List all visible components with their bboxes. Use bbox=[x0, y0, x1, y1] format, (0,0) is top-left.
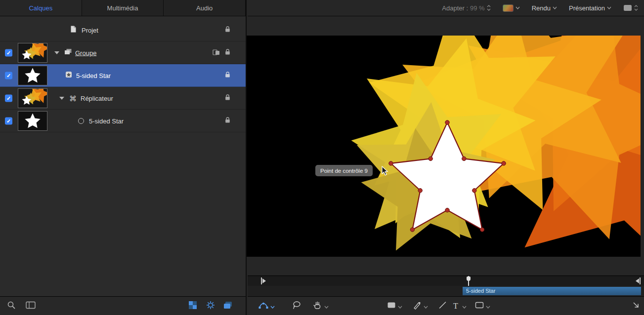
presentation-menu[interactable]: Présentation bbox=[569, 4, 611, 12]
layer-checkbox[interactable]: ✓ bbox=[5, 72, 12, 79]
replicator-star-trail-artwork bbox=[247, 36, 641, 257]
check-icon: ✓ bbox=[6, 72, 11, 79]
window-view-control[interactable] bbox=[623, 4, 638, 11]
check-icon: ✓ bbox=[6, 95, 11, 101]
gear-icon[interactable] bbox=[206, 301, 215, 312]
control-point-tooltip: Point de contrôle 9 bbox=[315, 165, 373, 176]
lock-icon[interactable] bbox=[224, 26, 231, 35]
paint-stroke-tool-chevron-icon[interactable] bbox=[424, 302, 428, 311]
layer-checkbox[interactable]: ✓ bbox=[5, 94, 12, 102]
check-icon: ✓ bbox=[6, 118, 11, 124]
disclosure-triangle[interactable] bbox=[59, 97, 64, 100]
layer-thumbnail[interactable] bbox=[18, 88, 47, 108]
layer-row-projet[interactable]: Projet bbox=[0, 19, 246, 41]
canvas-panel: Adapter : 99 % Rendu Présentation bbox=[248, 0, 644, 315]
paint-stroke-tool-icon[interactable] bbox=[413, 301, 422, 312]
playhead-knob[interactable] bbox=[467, 276, 471, 281]
chevron-down-icon bbox=[607, 6, 611, 9]
edit-points-tool-icon[interactable] bbox=[258, 301, 268, 312]
render-menu-label: Rendu bbox=[532, 4, 551, 12]
tab-multimedia-label: Multimédia bbox=[107, 4, 138, 12]
zoom-fit-label: Adapter : bbox=[442, 4, 468, 12]
render-menu[interactable]: Rendu bbox=[532, 4, 557, 12]
timeline-clip-bar[interactable]: 5-sided Star bbox=[463, 287, 641, 295]
layer-checkbox[interactable]: ✓ bbox=[5, 49, 12, 56]
layer-row-5-sided-star[interactable]: ✓ 5-sided Star bbox=[0, 64, 246, 87]
tab-multimedia[interactable]: Multimédia bbox=[82, 0, 164, 16]
group-icon bbox=[64, 48, 72, 57]
tab-calques[interactable]: Calques bbox=[0, 0, 82, 16]
replicator-icon: ⌘ bbox=[69, 94, 77, 102]
layer-checkbox[interactable]: ✓ bbox=[5, 117, 12, 124]
canvas-footer-toolbar: T bbox=[248, 296, 644, 315]
pan-hand-tool-icon[interactable] bbox=[313, 301, 322, 312]
presentation-menu-label: Présentation bbox=[569, 4, 605, 12]
tab-calques-label: Calques bbox=[29, 4, 52, 12]
canvas-stage[interactable]: Point de contrôle 9 bbox=[247, 36, 641, 257]
color-channel-control[interactable] bbox=[503, 4, 520, 12]
chevron-down-icon bbox=[515, 6, 520, 9]
text-tool-chevron-icon[interactable] bbox=[462, 302, 467, 311]
motion-app-window: Calques Multimédia Audio Projet bbox=[0, 0, 644, 315]
search-icon[interactable] bbox=[7, 301, 16, 312]
image-mask-tool-chevron-icon[interactable] bbox=[486, 302, 490, 311]
zoom-fit-control[interactable]: Adapter : 99 % bbox=[442, 4, 490, 12]
lock-icon[interactable] bbox=[224, 117, 231, 125]
document-icon bbox=[70, 25, 77, 35]
layer-thumbnail[interactable] bbox=[18, 66, 47, 85]
zoom-value: 99 % bbox=[470, 4, 485, 12]
line-tool-icon[interactable] bbox=[438, 301, 447, 311]
disclosure-triangle[interactable] bbox=[54, 51, 59, 54]
play-range-in-marker[interactable] bbox=[260, 277, 266, 286]
tab-audio-label: Audio bbox=[196, 4, 213, 12]
shape-tool-icon[interactable] bbox=[387, 301, 396, 311]
layer-label: Réplicateur bbox=[81, 94, 113, 102]
window-layout-icon[interactable] bbox=[26, 301, 36, 311]
text-tool-icon[interactable]: T bbox=[453, 302, 458, 311]
tab-audio[interactable]: Audio bbox=[164, 0, 246, 16]
layer-row-replicateur[interactable]: ✓ ⌘ Réplicateur bbox=[0, 87, 246, 110]
lock-icon[interactable] bbox=[224, 48, 231, 57]
layer-label: Groupe bbox=[75, 49, 96, 56]
layers-list: Projet ✓ bbox=[0, 17, 246, 132]
window-icon bbox=[623, 4, 632, 11]
layer-row-replicator-cell[interactable]: ✓ 5-sided Star bbox=[0, 110, 246, 132]
clip-label: 5-sided Star bbox=[466, 288, 495, 294]
layers-panel-footer bbox=[0, 296, 246, 315]
layer-label: 5-sided Star bbox=[76, 72, 111, 79]
layer-row-groupe[interactable]: ✓ Groupe bbox=[0, 41, 246, 64]
timeline-clip-row: 5-sided Star bbox=[248, 286, 644, 296]
transparency-checker-icon[interactable] bbox=[189, 301, 197, 311]
panel-tabbar: Calques Multimédia Audio bbox=[0, 0, 246, 16]
shape-tool-chevron-icon[interactable] bbox=[398, 302, 402, 311]
cell-circle-icon bbox=[78, 118, 84, 124]
stepper-icon bbox=[487, 5, 491, 11]
layers-panel-toggle-icon[interactable] bbox=[223, 301, 232, 311]
edit-points-tool-chevron-icon[interactable] bbox=[270, 302, 275, 311]
lasso-tool-icon[interactable] bbox=[292, 301, 301, 312]
canvas-viewport[interactable]: Point de contrôle 9 bbox=[248, 16, 644, 276]
play-range-out-marker[interactable] bbox=[635, 277, 641, 286]
chevron-down-icon bbox=[553, 6, 557, 9]
layer-thumbnail[interactable] bbox=[18, 43, 47, 63]
layers-panel: Calques Multimédia Audio Projet bbox=[0, 0, 247, 315]
mini-timeline[interactable] bbox=[248, 276, 644, 286]
canvas-toolbar: Adapter : 99 % Rendu Présentation bbox=[248, 0, 644, 16]
pan-hand-tool-chevron-icon[interactable] bbox=[324, 302, 329, 311]
image-mask-tool-icon[interactable] bbox=[475, 301, 484, 311]
lock-icon[interactable] bbox=[224, 94, 231, 103]
group-badge-icon bbox=[213, 48, 220, 57]
channel-swatch-icon bbox=[503, 4, 514, 12]
check-icon: ✓ bbox=[6, 49, 11, 56]
layer-label: Projet bbox=[82, 26, 98, 34]
resize-corner-arrow-icon[interactable] bbox=[632, 301, 640, 311]
mouse-cursor-icon bbox=[382, 166, 388, 178]
lock-icon[interactable] bbox=[224, 71, 231, 80]
tooltip-text: Point de contrôle 9 bbox=[320, 168, 368, 174]
stepper-icon bbox=[634, 5, 638, 11]
layer-thumbnail[interactable] bbox=[18, 111, 47, 131]
shape-icon bbox=[65, 71, 72, 80]
layer-label: 5-sided Star bbox=[89, 117, 124, 124]
